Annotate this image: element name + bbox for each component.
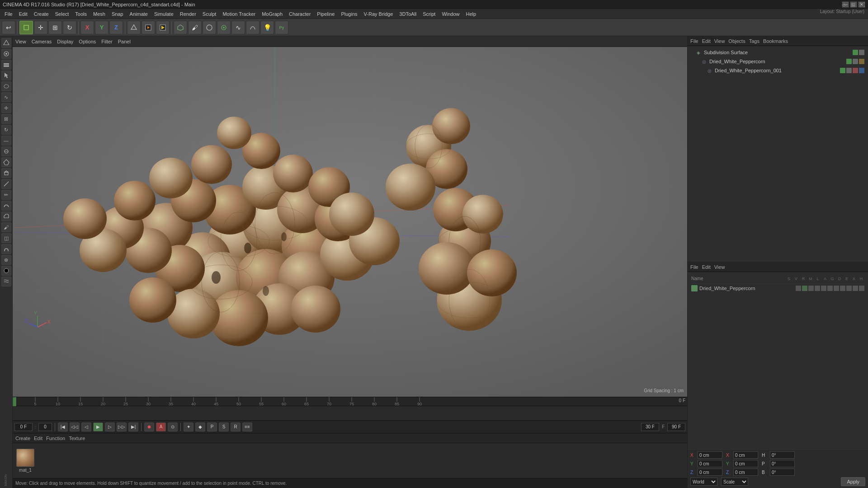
obj-view-btn[interactable]: View	[714, 38, 725, 44]
menu-mograph[interactable]: MoGraph	[259, 10, 285, 18]
z2-input[interactable]	[733, 469, 758, 476]
sculpt-btn[interactable]	[203, 21, 216, 34]
light-btn[interactable]: 💡	[260, 21, 274, 34]
menu-plugins[interactable]: Plugins	[338, 10, 360, 18]
model-mode-btn[interactable]	[19, 21, 33, 34]
next-key-btn[interactable]: ▷▷	[117, 422, 127, 432]
attr-file-btn[interactable]: File	[690, 264, 698, 270]
menu-simulate[interactable]: Simulate	[151, 10, 176, 18]
menu-file[interactable]: File	[2, 10, 15, 18]
left-tool-bevel[interactable]	[1, 211, 11, 221]
menu-create[interactable]: Create	[31, 10, 52, 18]
left-tool-object[interactable]	[1, 38, 11, 48]
hair-btn[interactable]	[217, 21, 231, 34]
left-tool-rotate2[interactable]: ↻	[1, 125, 11, 135]
obj-row-peppercorn[interactable]: ◎ Dried_White_Peppercorn	[689, 57, 866, 66]
menu-mesh[interactable]: Mesh	[90, 10, 108, 18]
left-tool-pen[interactable]: ✏	[1, 190, 11, 200]
menu-window[interactable]: Window	[439, 10, 462, 18]
attr-view-btn[interactable]: View	[714, 264, 725, 270]
obj-edit-btn[interactable]: Edit	[702, 38, 711, 44]
p-input[interactable]	[770, 460, 795, 467]
attr-edit-btn[interactable]: Edit	[702, 264, 711, 270]
menu-3dtoall[interactable]: 3DToAll	[396, 10, 419, 18]
attr-obj-row[interactable]: Dried_White_Peppercorn	[690, 284, 865, 293]
viewport-display-btn[interactable]: Display	[57, 39, 73, 44]
menu-script[interactable]: Script	[420, 10, 438, 18]
menu-select[interactable]: Select	[52, 10, 72, 18]
key-rot-btn[interactable]: R	[231, 422, 241, 432]
mat-create-btn[interactable]: Create	[15, 436, 30, 441]
h-input[interactable]	[770, 451, 795, 459]
paint-tool-btn[interactable]: 🖌	[188, 21, 202, 34]
prev-frame-btn[interactable]: ◁	[81, 422, 91, 432]
fps-input[interactable]	[641, 423, 659, 431]
key-sel-btn[interactable]: ◆	[195, 422, 205, 432]
left-tool-magnet[interactable]	[1, 244, 11, 254]
go-end-btn[interactable]: ▶|	[128, 422, 138, 432]
left-tool-move[interactable]: ✛	[1, 103, 11, 113]
play-btn[interactable]: ▶	[93, 422, 103, 432]
auto-key-btn[interactable]: A	[156, 422, 166, 432]
left-tool-live[interactable]	[1, 49, 11, 59]
obj-bookmarks-btn[interactable]: Bookmarks	[763, 38, 788, 44]
left-tool-snap2[interactable]: ⊗	[1, 255, 11, 265]
left-tool-lasso[interactable]	[1, 81, 11, 91]
left-tool-scale2[interactable]: ⊞	[1, 114, 11, 124]
obj-file-btn[interactable]: File	[690, 38, 698, 44]
menu-tools[interactable]: Tools	[72, 10, 90, 18]
deformer-btn[interactable]	[246, 21, 259, 34]
scale-select[interactable]: Scale	[721, 478, 748, 486]
viewport-panel-btn[interactable]: Panel	[118, 39, 131, 44]
menu-edit[interactable]: Edit	[16, 10, 30, 18]
viewport-filter-btn[interactable]: Filter	[101, 39, 112, 44]
left-tool-layers[interactable]	[1, 60, 11, 70]
z-input[interactable]	[698, 469, 722, 476]
left-tool-material[interactable]	[1, 266, 11, 276]
render-btn[interactable]	[156, 21, 170, 34]
spline-btn[interactable]: ∿	[231, 21, 245, 34]
left-tool-polygon[interactable]	[1, 157, 11, 167]
left-tool-spline2[interactable]	[1, 146, 11, 156]
menu-animate[interactable]: Animate	[127, 10, 151, 18]
left-tool-eraser[interactable]: ◫	[1, 233, 11, 243]
prev-key-btn[interactable]: ◁◁	[70, 422, 80, 432]
mat-edit-btn[interactable]: Edit	[34, 436, 42, 441]
viewport[interactable]: Perspective	[13, 47, 687, 397]
left-tool-extrude[interactable]	[1, 168, 11, 178]
b-input[interactable]	[770, 469, 795, 476]
material-item[interactable]: mat_1	[16, 449, 34, 473]
menu-motion-tracker[interactable]: Motion Tracker	[220, 10, 258, 18]
left-tool-paint[interactable]: 🖌	[1, 222, 11, 232]
move-btn[interactable]: ✛	[34, 21, 47, 34]
x-axis-btn[interactable]: X	[80, 21, 94, 34]
y-input[interactable]	[698, 460, 722, 467]
object-mode-btn[interactable]	[127, 21, 141, 34]
menu-render[interactable]: Render	[177, 10, 199, 18]
current-frame-input[interactable]	[38, 423, 52, 431]
viewport-cameras-btn[interactable]: Cameras	[32, 39, 52, 44]
material-swatch[interactable]	[16, 449, 34, 467]
x-input[interactable]	[698, 451, 722, 459]
left-tool-knife[interactable]	[1, 179, 11, 189]
menu-sculpt[interactable]: Sculpt	[200, 10, 219, 18]
key-all-btn[interactable]: ✦	[184, 422, 193, 432]
rotate-btn[interactable]: ↻	[63, 21, 76, 34]
left-tool-select[interactable]	[1, 70, 11, 80]
x2-input[interactable]	[733, 451, 758, 459]
y-axis-btn[interactable]: Y	[95, 21, 108, 34]
end-frame-input[interactable]	[667, 423, 685, 431]
scale-btn[interactable]: ⊞	[48, 21, 62, 34]
key-scale-btn[interactable]: S	[219, 422, 229, 432]
next-frame-btn[interactable]: ▷	[105, 422, 115, 432]
left-tool-script[interactable]	[1, 277, 11, 286]
left-tool-smooth[interactable]	[1, 201, 11, 211]
left-tool-brush[interactable]: ∿	[1, 92, 11, 102]
obj-row-subdivsurface[interactable]: ◈ Subdivision Surface	[689, 48, 866, 57]
menu-snap[interactable]: Snap	[109, 10, 126, 18]
apply-button[interactable]: Apply	[841, 477, 865, 486]
timeline-mode-btn[interactable]: ≡≡	[242, 422, 252, 432]
render-active-btn[interactable]	[142, 21, 155, 34]
menu-pipeline[interactable]: Pipeline	[314, 10, 337, 18]
menu-character[interactable]: Character	[286, 10, 313, 18]
